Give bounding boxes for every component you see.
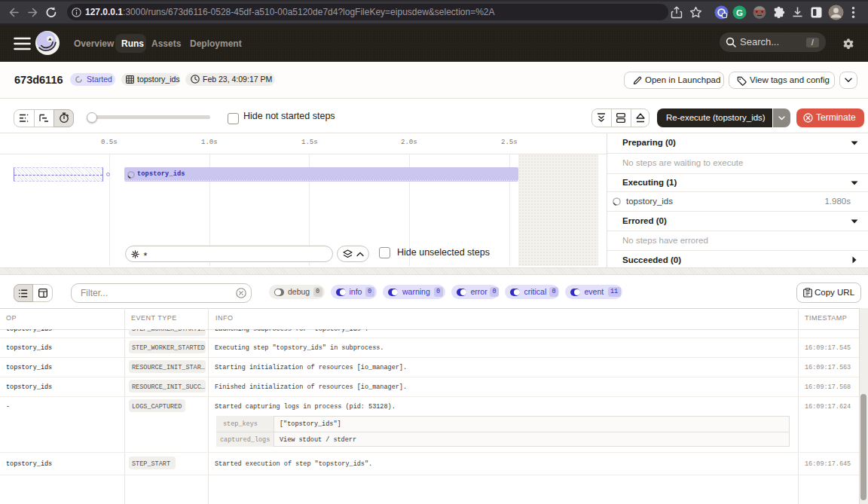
svg-text:G: G: [736, 8, 743, 17]
